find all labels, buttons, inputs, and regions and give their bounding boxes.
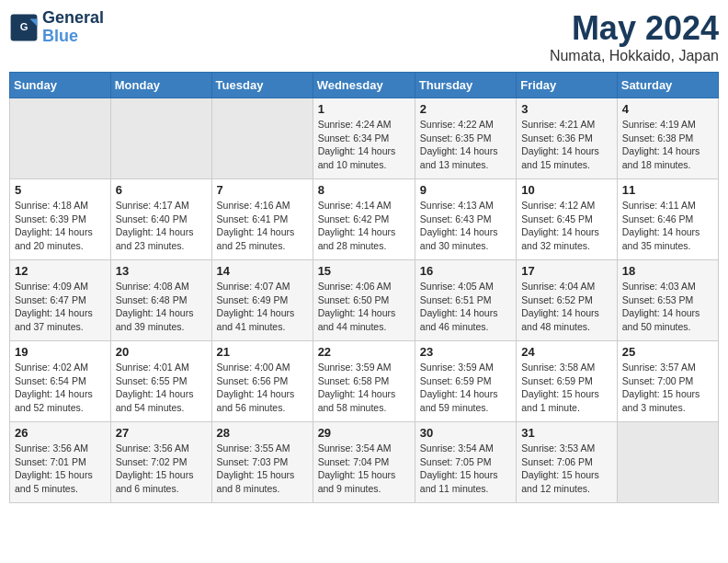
day-info: Sunrise: 4:24 AM Sunset: 6:34 PM Dayligh… (318, 118, 410, 172)
day-info: Sunrise: 4:07 AM Sunset: 6:49 PM Dayligh… (217, 280, 308, 334)
day-number: 6 (116, 183, 207, 197)
day-info: Sunrise: 4:19 AM Sunset: 6:38 PM Dayligh… (622, 118, 713, 172)
day-number: 23 (420, 345, 511, 359)
day-cell-15: 15Sunrise: 4:06 AM Sunset: 6:50 PM Dayli… (313, 260, 415, 341)
week-row-5: 26Sunrise: 3:56 AM Sunset: 7:01 PM Dayli… (10, 422, 719, 503)
day-info: Sunrise: 4:01 AM Sunset: 6:55 PM Dayligh… (116, 361, 207, 415)
day-info: Sunrise: 4:08 AM Sunset: 6:48 PM Dayligh… (116, 280, 207, 334)
day-cell-27: 27Sunrise: 3:56 AM Sunset: 7:02 PM Dayli… (110, 422, 211, 503)
day-info: Sunrise: 4:06 AM Sunset: 6:50 PM Dayligh… (318, 280, 410, 334)
day-info: Sunrise: 4:18 AM Sunset: 6:39 PM Dayligh… (15, 199, 106, 253)
day-cell-11: 11Sunrise: 4:11 AM Sunset: 6:46 PM Dayli… (617, 179, 718, 260)
day-cell-3: 3Sunrise: 4:21 AM Sunset: 6:36 PM Daylig… (517, 98, 618, 179)
day-number: 15 (318, 264, 410, 278)
day-info: Sunrise: 4:17 AM Sunset: 6:40 PM Dayligh… (116, 199, 207, 253)
day-number: 19 (15, 345, 106, 359)
day-info: Sunrise: 3:59 AM Sunset: 6:58 PM Dayligh… (318, 361, 410, 415)
day-info: Sunrise: 3:54 AM Sunset: 7:04 PM Dayligh… (318, 442, 410, 496)
day-info: Sunrise: 4:16 AM Sunset: 6:41 PM Dayligh… (217, 199, 308, 253)
day-number: 14 (217, 264, 308, 278)
day-number: 18 (622, 264, 713, 278)
day-number: 2 (420, 102, 511, 116)
month-title: May 2024 (550, 9, 719, 48)
day-number: 30 (420, 426, 511, 440)
day-cell-31: 31Sunrise: 3:53 AM Sunset: 7:06 PM Dayli… (517, 422, 618, 503)
day-cell-4: 4Sunrise: 4:19 AM Sunset: 6:38 PM Daylig… (617, 98, 718, 179)
day-info: Sunrise: 3:56 AM Sunset: 7:02 PM Dayligh… (116, 442, 207, 496)
header: G General Blue May 2024 Numata, Hokkaido… (9, 9, 719, 64)
day-number: 25 (622, 345, 713, 359)
empty-cell (211, 98, 313, 179)
day-number: 11 (622, 183, 713, 197)
header-cell-thursday: Thursday (415, 73, 516, 98)
week-row-1: 1Sunrise: 4:24 AM Sunset: 6:34 PM Daylig… (10, 98, 719, 179)
week-row-2: 5Sunrise: 4:18 AM Sunset: 6:39 PM Daylig… (10, 179, 719, 260)
header-cell-sunday: Sunday (10, 73, 111, 98)
header-cell-saturday: Saturday (617, 73, 718, 98)
day-cell-16: 16Sunrise: 4:05 AM Sunset: 6:51 PM Dayli… (415, 260, 516, 341)
day-number: 3 (521, 102, 612, 116)
day-number: 5 (15, 183, 106, 197)
day-cell-8: 8Sunrise: 4:14 AM Sunset: 6:42 PM Daylig… (313, 179, 415, 260)
header-cell-wednesday: Wednesday (313, 73, 415, 98)
empty-cell (110, 98, 211, 179)
week-row-3: 12Sunrise: 4:09 AM Sunset: 6:47 PM Dayli… (10, 260, 719, 341)
day-number: 31 (521, 426, 612, 440)
day-info: Sunrise: 4:00 AM Sunset: 6:56 PM Dayligh… (217, 361, 308, 415)
day-info: Sunrise: 4:13 AM Sunset: 6:43 PM Dayligh… (420, 199, 511, 253)
day-cell-6: 6Sunrise: 4:17 AM Sunset: 6:40 PM Daylig… (110, 179, 211, 260)
day-cell-1: 1Sunrise: 4:24 AM Sunset: 6:34 PM Daylig… (313, 98, 415, 179)
header-cell-monday: Monday (110, 73, 211, 98)
day-number: 20 (116, 345, 207, 359)
day-cell-14: 14Sunrise: 4:07 AM Sunset: 6:49 PM Dayli… (211, 260, 313, 341)
day-cell-21: 21Sunrise: 4:00 AM Sunset: 6:56 PM Dayli… (211, 341, 313, 422)
day-info: Sunrise: 4:02 AM Sunset: 6:54 PM Dayligh… (15, 361, 106, 415)
location-title: Numata, Hokkaido, Japan (550, 48, 719, 64)
day-cell-7: 7Sunrise: 4:16 AM Sunset: 6:41 PM Daylig… (211, 179, 313, 260)
day-cell-19: 19Sunrise: 4:02 AM Sunset: 6:54 PM Dayli… (10, 341, 111, 422)
day-info: Sunrise: 4:03 AM Sunset: 6:53 PM Dayligh… (622, 280, 713, 334)
day-info: Sunrise: 3:59 AM Sunset: 6:59 PM Dayligh… (420, 361, 511, 415)
day-number: 12 (15, 264, 106, 278)
day-info: Sunrise: 4:14 AM Sunset: 6:42 PM Dayligh… (318, 199, 410, 253)
day-number: 13 (116, 264, 207, 278)
day-number: 7 (217, 183, 308, 197)
day-info: Sunrise: 3:54 AM Sunset: 7:05 PM Dayligh… (420, 442, 511, 496)
day-cell-12: 12Sunrise: 4:09 AM Sunset: 6:47 PM Dayli… (10, 260, 111, 341)
logo-icon: G (9, 13, 39, 42)
day-info: Sunrise: 4:22 AM Sunset: 6:35 PM Dayligh… (420, 118, 511, 172)
day-cell-26: 26Sunrise: 3:56 AM Sunset: 7:01 PM Dayli… (10, 422, 111, 503)
day-cell-25: 25Sunrise: 3:57 AM Sunset: 7:00 PM Dayli… (617, 341, 718, 422)
day-number: 4 (622, 102, 713, 116)
day-cell-29: 29Sunrise: 3:54 AM Sunset: 7:04 PM Dayli… (313, 422, 415, 503)
day-number: 17 (521, 264, 612, 278)
day-info: Sunrise: 3:55 AM Sunset: 7:03 PM Dayligh… (217, 442, 308, 496)
day-info: Sunrise: 3:58 AM Sunset: 6:59 PM Dayligh… (521, 361, 612, 415)
day-info: Sunrise: 4:04 AM Sunset: 6:52 PM Dayligh… (521, 280, 612, 334)
day-info: Sunrise: 4:09 AM Sunset: 6:47 PM Dayligh… (15, 280, 106, 334)
day-cell-13: 13Sunrise: 4:08 AM Sunset: 6:48 PM Dayli… (110, 260, 211, 341)
week-row-4: 19Sunrise: 4:02 AM Sunset: 6:54 PM Dayli… (10, 341, 719, 422)
logo-line1: General (42, 9, 104, 28)
day-number: 27 (116, 426, 207, 440)
day-number: 28 (217, 426, 308, 440)
day-number: 1 (318, 102, 410, 116)
day-info: Sunrise: 4:05 AM Sunset: 6:51 PM Dayligh… (420, 280, 511, 334)
header-cell-tuesday: Tuesday (211, 73, 313, 98)
empty-cell (10, 98, 111, 179)
empty-cell (617, 422, 718, 503)
day-info: Sunrise: 3:56 AM Sunset: 7:01 PM Dayligh… (15, 442, 106, 496)
header-row: SundayMondayTuesdayWednesdayThursdayFrid… (10, 73, 719, 98)
day-number: 21 (217, 345, 308, 359)
day-cell-17: 17Sunrise: 4:04 AM Sunset: 6:52 PM Dayli… (517, 260, 618, 341)
day-cell-22: 22Sunrise: 3:59 AM Sunset: 6:58 PM Dayli… (313, 341, 415, 422)
svg-text:G: G (20, 21, 28, 32)
day-number: 10 (521, 183, 612, 197)
day-cell-9: 9Sunrise: 4:13 AM Sunset: 6:43 PM Daylig… (415, 179, 516, 260)
day-info: Sunrise: 4:21 AM Sunset: 6:36 PM Dayligh… (521, 118, 612, 172)
day-cell-23: 23Sunrise: 3:59 AM Sunset: 6:59 PM Dayli… (415, 341, 516, 422)
title-block: May 2024 Numata, Hokkaido, Japan (550, 9, 719, 64)
logo-text: General Blue (42, 9, 104, 46)
day-cell-10: 10Sunrise: 4:12 AM Sunset: 6:45 PM Dayli… (517, 179, 618, 260)
day-number: 16 (420, 264, 511, 278)
